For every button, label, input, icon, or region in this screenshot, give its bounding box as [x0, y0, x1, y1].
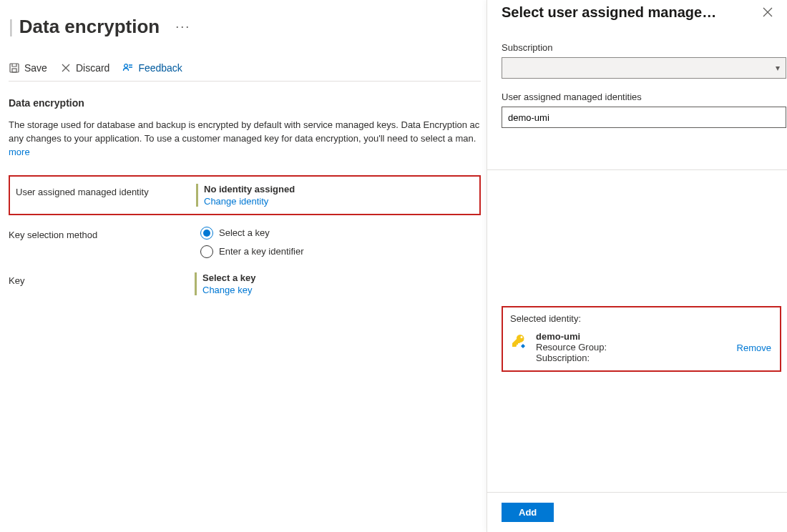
- panel-body: Subscription ▾ User assigned managed ide…: [487, 29, 787, 492]
- discard-icon: [60, 62, 72, 74]
- feedback-label: Feedback: [138, 62, 182, 74]
- identity-label: User assigned managed identity: [10, 184, 196, 197]
- key-value: Select a key: [202, 272, 481, 283]
- feedback-icon: [122, 62, 134, 74]
- identity-value-block: No identity assigned Change identity: [196, 184, 479, 207]
- key-label: Key: [9, 272, 195, 286]
- change-key-link[interactable]: Change key: [202, 285, 481, 295]
- learn-more-link[interactable]: more: [9, 147, 30, 157]
- identity-row-highlight: User assigned managed identity No identi…: [9, 175, 481, 215]
- save-button[interactable]: Save: [9, 62, 47, 74]
- page-title-row: | Data encryption ···: [9, 16, 481, 38]
- section-description: The storage used for database and backup…: [9, 119, 481, 159]
- svg-rect-0: [10, 64, 19, 72]
- change-identity-link[interactable]: Change identity: [204, 196, 479, 207]
- key-method-radio-group: Select a key Enter a key identifier: [200, 227, 481, 258]
- radio-option-0: Select a key: [219, 227, 270, 238]
- identity-rg: Resource Group:: [536, 342, 607, 353]
- managed-identity-icon: [510, 333, 527, 350]
- main-content: | Data encryption ··· Save Discard: [9, 16, 481, 295]
- discard-label: Discard: [76, 62, 109, 74]
- save-label: Save: [24, 62, 47, 74]
- radio-enter-identifier[interactable]: Enter a key identifier: [200, 245, 481, 258]
- identity-value: No identity assigned: [204, 184, 479, 194]
- subscription-label: Subscription: [502, 42, 787, 53]
- selected-identity-heading: Selected identity:: [510, 313, 773, 324]
- form-grid: Key selection method Select a key Enter …: [9, 227, 481, 295]
- close-button[interactable]: [760, 4, 776, 22]
- identity-text-block: demo-umi Resource Group: Subscription:: [536, 331, 607, 363]
- title-divider: |: [9, 16, 14, 38]
- selected-identity-highlight: Selected identity: demo-umi Resource Gro…: [502, 306, 781, 372]
- page-title: Data encryption: [19, 16, 160, 38]
- radio-select-key[interactable]: Select a key: [200, 227, 481, 240]
- key-value-block: Select a key Change key: [195, 272, 481, 295]
- side-panel: Select user assigned manage… Subscriptio…: [487, 0, 787, 532]
- svg-rect-1: [12, 69, 16, 72]
- chevron-down-icon: ▾: [776, 63, 780, 73]
- command-bar: Save Discard Feedback: [9, 62, 481, 82]
- add-button[interactable]: Add: [502, 503, 554, 522]
- identity-sub: Subscription:: [536, 353, 607, 363]
- subscription-select[interactable]: ▾: [502, 57, 786, 79]
- remove-identity-link[interactable]: Remove: [737, 343, 771, 353]
- save-icon: [9, 62, 20, 74]
- panel-title: Select user assigned manage…: [502, 4, 716, 21]
- selected-identity-row: demo-umi Resource Group: Subscription: R…: [510, 331, 773, 363]
- section-heading: Data encryption: [9, 97, 481, 109]
- identities-search-input[interactable]: [502, 107, 786, 128]
- radio-unchecked-icon: [200, 245, 213, 258]
- panel-footer: Add: [487, 492, 787, 532]
- identity-name: demo-umi: [536, 331, 607, 342]
- panel-header: Select user assigned manage…: [487, 0, 787, 29]
- radio-option-1: Enter a key identifier: [219, 246, 304, 257]
- identities-label: User assigned managed identities: [502, 92, 787, 102]
- more-actions-button[interactable]: ···: [171, 19, 195, 34]
- radio-checked-icon: [200, 227, 213, 240]
- key-method-value: Select a key Enter a key identifier: [195, 227, 481, 258]
- svg-point-2: [124, 64, 128, 68]
- feedback-button[interactable]: Feedback: [122, 62, 182, 74]
- key-method-label: Key selection method: [9, 227, 195, 240]
- panel-divider: [487, 169, 787, 170]
- discard-button[interactable]: Discard: [60, 62, 109, 74]
